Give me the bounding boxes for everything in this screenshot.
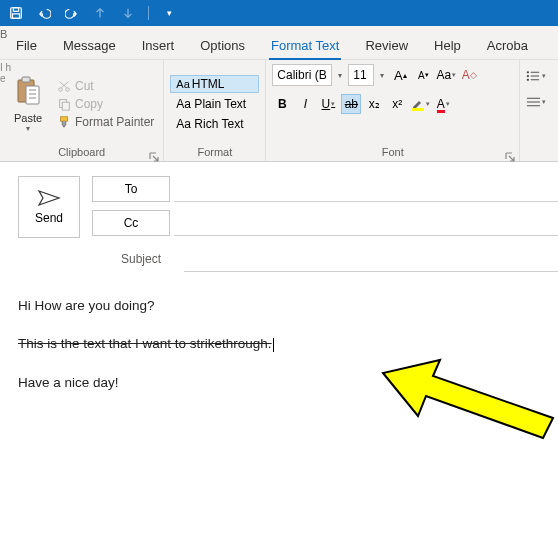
cc-button[interactable]: Cc — [92, 210, 170, 236]
tab-acrobat[interactable]: Acroba — [485, 32, 530, 59]
clipboard-group-label: Clipboard — [6, 144, 157, 159]
strikethrough-text: This is the text that I want to striketh… — [18, 336, 272, 351]
bullets-button[interactable]: ▾ — [526, 66, 546, 86]
underline-button[interactable]: U▾ — [318, 94, 338, 114]
italic-button[interactable]: I — [295, 94, 315, 114]
send-icon — [37, 189, 61, 207]
svg-point-19 — [527, 79, 529, 81]
separator — [148, 6, 149, 20]
superscript-button[interactable]: x² — [387, 94, 407, 114]
up-arrow-icon[interactable] — [90, 3, 110, 23]
change-case-button[interactable]: Aa▾ — [436, 65, 456, 85]
clear-format-button[interactable]: A◇ — [459, 65, 479, 85]
svg-rect-13 — [61, 117, 68, 121]
svg-rect-2 — [13, 14, 20, 18]
truncated-edge: B — [0, 28, 7, 40]
group-format: AaHTML Aa Plain Text Aa Rich Text Format — [164, 60, 266, 161]
cut-button[interactable]: Cut — [54, 78, 157, 94]
font-size-combo[interactable]: 11 — [348, 64, 374, 86]
bullets-icon — [526, 70, 541, 82]
body-line-1: Hi How are you doing? — [18, 296, 540, 316]
svg-rect-5 — [26, 86, 39, 104]
font-name-combo[interactable]: Calibri (B — [272, 64, 332, 86]
body-line-3: Have a nice day! — [18, 373, 540, 393]
font-size-dropdown[interactable]: ▾ — [377, 71, 387, 80]
scissors-icon — [57, 79, 71, 93]
svg-rect-14 — [412, 108, 424, 111]
tab-file[interactable]: File — [14, 32, 39, 59]
customize-qat-icon[interactable]: ▾ — [159, 3, 179, 23]
tab-message[interactable]: Message — [61, 32, 118, 59]
paste-label: Paste — [14, 112, 42, 124]
format-painter-button[interactable]: Format Painter — [54, 114, 157, 130]
cc-field[interactable] — [174, 210, 558, 236]
font-name-value: Calibri (B — [277, 68, 326, 82]
svg-point-10 — [66, 88, 70, 92]
html-format-button[interactable]: AaHTML — [170, 75, 259, 93]
save-icon[interactable] — [6, 3, 26, 23]
svg-rect-12 — [62, 102, 69, 110]
copy-label: Copy — [75, 97, 103, 111]
group-clipboard: Paste ▾ Cut Copy Format Painter Clipboar… — [0, 60, 164, 161]
message-body[interactable]: Hi How are you doing? This is the text t… — [0, 272, 558, 435]
tab-format-text[interactable]: Format Text — [269, 32, 341, 59]
subject-label: Subject — [102, 252, 180, 266]
tab-review[interactable]: Review — [363, 32, 410, 59]
quick-access-toolbar: ▾ — [0, 0, 558, 26]
ribbon-tabs: File Message Insert Options Format Text … — [0, 26, 558, 60]
font-group-label: Font — [272, 144, 513, 159]
format-painter-label: Format Painter — [75, 115, 154, 129]
ribbon: Paste ▾ Cut Copy Format Painter Clipboar… — [0, 60, 558, 162]
undo-icon[interactable] — [34, 3, 54, 23]
rich-text-button[interactable]: Aa Rich Text — [170, 115, 259, 133]
paintbrush-icon — [57, 115, 71, 129]
down-arrow-icon[interactable] — [118, 3, 138, 23]
paste-button[interactable]: Paste ▾ — [6, 64, 50, 144]
copy-icon — [57, 97, 71, 111]
group-paragraph-partial: ▾ ▾ — [520, 60, 558, 161]
strikethrough-button[interactable]: ab — [341, 94, 361, 114]
to-field[interactable] — [174, 176, 558, 202]
font-color-button[interactable]: A▾ — [433, 94, 453, 114]
svg-rect-4 — [22, 77, 30, 82]
plain-text-button[interactable]: Aa Plain Text — [170, 95, 259, 113]
tab-insert[interactable]: Insert — [140, 32, 177, 59]
cut-label: Cut — [75, 79, 94, 93]
paste-icon — [15, 76, 41, 110]
svg-point-15 — [527, 71, 529, 73]
align-icon — [526, 96, 541, 108]
body-line-2: This is the text that I want to striketh… — [18, 334, 540, 354]
svg-rect-1 — [13, 8, 18, 12]
tab-options[interactable]: Options — [198, 32, 247, 59]
font-size-value: 11 — [353, 68, 366, 82]
send-label: Send — [35, 211, 63, 225]
text-cursor — [273, 338, 274, 352]
group-font: Calibri (B ▾ 11 ▾ A▴ A▾ Aa▾ A◇ B I U▾ ab… — [266, 60, 520, 161]
font-launcher[interactable] — [505, 148, 517, 160]
to-button[interactable]: To — [92, 176, 170, 202]
html-label: HTML — [192, 77, 225, 91]
tab-help[interactable]: Help — [432, 32, 463, 59]
subject-field[interactable] — [184, 246, 558, 272]
shrink-font-button[interactable]: A▾ — [413, 65, 433, 85]
clipboard-launcher[interactable] — [149, 148, 161, 160]
svg-point-17 — [527, 75, 529, 77]
format-group-label: Format — [170, 144, 259, 159]
send-button[interactable]: Send — [18, 176, 80, 238]
highlighter-icon — [411, 97, 425, 111]
font-name-dropdown[interactable]: ▾ — [335, 71, 345, 80]
svg-point-9 — [59, 88, 63, 92]
align-button[interactable]: ▾ — [526, 92, 546, 112]
bold-button[interactable]: B — [272, 94, 292, 114]
compose-header: Send To Cc — [0, 162, 558, 238]
subject-row: Subject — [0, 246, 558, 272]
redo-icon[interactable] — [62, 3, 82, 23]
chevron-down-icon: ▾ — [26, 124, 30, 133]
grow-font-button[interactable]: A▴ — [390, 65, 410, 85]
highlight-button[interactable]: ▾ — [410, 94, 430, 114]
copy-button[interactable]: Copy — [54, 96, 157, 112]
subscript-button[interactable]: x₂ — [364, 94, 384, 114]
